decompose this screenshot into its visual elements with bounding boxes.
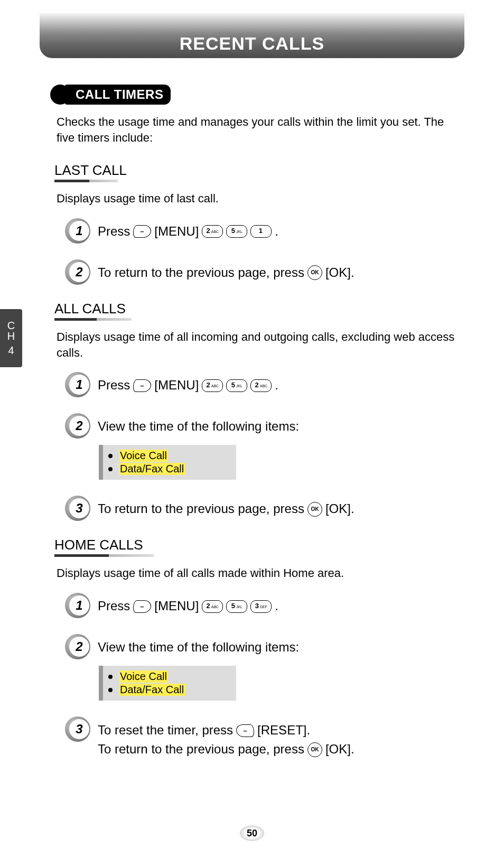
step-row: 2 To return to the previous page, press … [65,259,462,285]
dot-icon [108,675,113,679]
key-3-icon: 3DEF [250,600,272,613]
reset-label: [RESET]. [257,721,310,740]
highlighted-item: Data/Fax Call [119,463,185,475]
return-label: To return to the previous page, press [98,500,304,518]
key-2-icon: 2ABC [202,600,223,613]
ok-key-icon: OK [307,502,322,517]
view-items-label: View the time of the following items: [98,638,299,657]
bullet-icon [50,85,70,105]
underline-icon [54,318,132,321]
step-number: 3 [69,719,89,739]
subheading-last-call: LAST CALL [54,162,462,179]
page-number: 50 [240,825,264,841]
step-row: 3 To reset the timer, press – [RESET]. T… [65,716,462,759]
list-item: Voice Call [108,449,216,462]
step-row: 1 Press – [MENU] 2ABC 5JKL 1 . [65,218,462,244]
key-1-icon: 1 [250,225,272,238]
chapter-number: 4 [8,344,14,357]
ok-label: [OK]. [325,740,354,759]
period: . [275,597,278,616]
step-text: To return to the previous page, press OK… [98,259,354,282]
dot-icon [108,688,113,692]
section-header: CALL TIMERS [50,85,462,105]
info-box: Voice Call Data/Fax Call [99,666,236,701]
reset-timer-label: To reset the timer, press [98,721,233,740]
content: CALL TIMERS Checks the usage time and ma… [0,58,504,759]
dot-icon [108,454,113,458]
step-text: View the time of the following items: [98,634,299,657]
softkey-right-icon: – [236,724,255,737]
step-bullet-icon: 3 [65,716,90,742]
press-label: Press [98,597,130,616]
press-label: Press [98,222,130,241]
desc-last-call: Displays usage time of last call. [57,191,462,207]
highlighted-item: Data/Fax Call [119,684,185,696]
step-bullet-icon: 3 [65,496,90,521]
softkey-left-icon: – [133,225,152,238]
period: . [275,222,278,241]
step-row: 1 Press – [MENU] 2ABC 5JKL 3DEF . [65,593,462,618]
chapter-label: C H [7,320,15,341]
ok-label: [OK]. [325,264,354,282]
step-number: 2 [69,262,89,282]
step-text: View the time of the following items: [98,413,299,436]
dot-icon [108,467,113,471]
menu-label: [MENU] [154,597,199,616]
banner: RECENT CALLS [40,13,464,58]
step-bullet-icon: 1 [65,218,90,244]
return-label: To return to the previous page, press [98,264,304,282]
underline-icon [54,180,118,182]
step-text: Press – [MENU] 2ABC 5JKL 3DEF . [98,593,278,616]
list-item: Data/Fax Call [108,683,216,696]
key-2-icon: 2ABC [202,379,223,392]
subheading-all-calls: ALL CALLS [54,301,462,317]
key-2-icon: 2ABC [250,379,272,392]
view-items-label: View the time of the following items: [98,417,299,436]
key-5-icon: 5JKL [226,225,247,238]
menu-label: [MENU] [154,376,199,395]
key-5-icon: 5JKL [226,600,247,613]
step-number: 1 [69,595,89,616]
underline-icon [54,554,154,557]
step-bullet-icon: 1 [65,593,90,618]
menu-label: [MENU] [154,222,199,241]
key-2-icon: 2ABC [202,225,223,238]
step-row: 2 View the time of the following items: [65,634,462,659]
ok-label: [OK]. [325,500,354,518]
softkey-left-icon: – [133,600,152,613]
step-bullet-icon: 2 [65,259,90,285]
step-text: Press – [MENU] 2ABC 5JKL 2ABC . [98,372,278,395]
chapter-tab: C H 4 [0,309,22,367]
press-label: Press [98,376,130,395]
period: . [275,376,278,395]
step-number: 2 [69,637,89,657]
list-item: Data/Fax Call [108,462,216,476]
step-number: 1 [69,221,89,241]
highlighted-item: Voice Call [119,450,168,462]
key-5-icon: 5JKL [226,379,247,392]
step-text: To return to the previous page, press OK… [98,496,354,518]
step-bullet-icon: 2 [65,413,90,439]
section-title: CALL TIMERS [65,85,171,105]
highlighted-item: Voice Call [119,670,168,683]
subheading-home-calls: HOME CALLS [54,537,462,553]
step-bullet-icon: 2 [65,634,90,659]
ok-key-icon: OK [307,265,322,280]
return-label: To return to the previous page, press [98,740,304,759]
step-row: 3 To return to the previous page, press … [65,496,462,521]
step-text: To reset the timer, press – [RESET]. To … [98,716,354,759]
info-box: Voice Call Data/Fax Call [99,445,236,480]
softkey-left-icon: – [133,379,152,392]
desc-all-calls: Displays usage time of all incoming and … [57,329,462,360]
intro-text: Checks the usage time and manages your c… [57,114,462,145]
list-item: Voice Call [108,670,216,683]
step-row: 2 View the time of the following items: [65,413,462,439]
banner-title: RECENT CALLS [180,33,325,54]
ok-key-icon: OK [307,742,322,757]
step-text: Press – [MENU] 2ABC 5JKL 1 . [98,218,278,241]
step-bullet-icon: 1 [65,372,90,397]
step-row: 1 Press – [MENU] 2ABC 5JKL 2ABC . [65,372,462,397]
desc-home-calls: Displays usage time of all calls made wi… [57,565,462,581]
